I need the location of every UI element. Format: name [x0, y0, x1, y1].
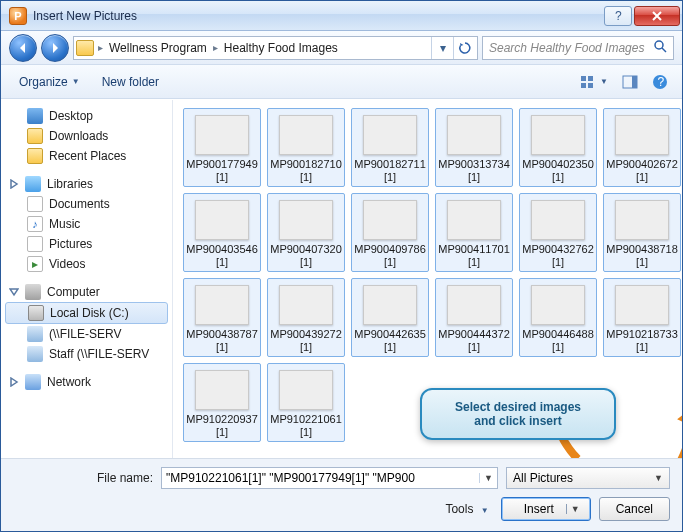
thumbnail-image [363, 200, 417, 240]
sidebar-item-downloads[interactable]: Downloads [1, 126, 172, 146]
file-thumbnail[interactable]: MP900438787[1] [183, 278, 261, 357]
insert-button[interactable]: Insert ▼ [501, 497, 591, 521]
callout-line-1: Select desired images [434, 400, 602, 414]
file-thumbnail[interactable]: MP900411701[1] [435, 193, 513, 272]
cancel-button[interactable]: Cancel [599, 497, 670, 521]
sidebar-item-netdrive-2[interactable]: Staff (\\FILE-SERV [1, 344, 172, 364]
thumbnail-image [531, 285, 585, 325]
sidebar-item-music[interactable]: ♪Music [1, 214, 172, 234]
file-thumbnail[interactable]: MP900444372[1] [435, 278, 513, 357]
sidebar-item-pictures[interactable]: Pictures [1, 234, 172, 254]
tools-button[interactable]: Tools ▼ [445, 502, 488, 516]
sidebar-item-documents[interactable]: Documents [1, 194, 172, 214]
svg-point-1 [655, 41, 663, 49]
filename-input[interactable]: ▼ [161, 467, 498, 489]
titlebar: P Insert New Pictures ? [1, 1, 682, 31]
svg-text:?: ? [658, 75, 665, 89]
help-icon-button[interactable]: ? [648, 71, 672, 93]
disk-icon [28, 305, 44, 321]
view-options-button[interactable]: ▼ [576, 71, 612, 93]
svg-rect-7 [632, 76, 637, 88]
thumbnail-label: MP910221061[1] [270, 413, 342, 439]
search-input[interactable]: Search Healthy Food Images [482, 36, 674, 60]
thumbnail-image [363, 285, 417, 325]
thumbnail-label: MP900182710[1] [270, 158, 342, 184]
folder-icon [76, 40, 94, 56]
insert-split-button[interactable]: ▼ [566, 504, 584, 514]
file-thumbnail[interactable]: MP910221061[1] [267, 363, 345, 442]
sidebar-item-local-disk[interactable]: Local Disk (C:) [5, 302, 168, 324]
nav-back-button[interactable] [9, 34, 37, 62]
file-thumbnail[interactable]: MP900182711[1] [351, 108, 429, 187]
thumbnail-image [615, 200, 669, 240]
new-folder-button[interactable]: New folder [94, 71, 167, 93]
thumbnail-label: MP900402672[1] [606, 158, 678, 184]
file-thumbnail[interactable]: MP900402350[1] [519, 108, 597, 187]
file-thumbnail[interactable]: MP900313734[1] [435, 108, 513, 187]
thumbnail-label: MP900439272[1] [270, 328, 342, 354]
thumbnail-label: MP900313734[1] [438, 158, 510, 184]
file-thumbnail[interactable]: MP900432762[1] [519, 193, 597, 272]
file-type-filter[interactable]: All Pictures▼ [506, 467, 670, 489]
callout-line-2: and click insert [434, 414, 602, 428]
file-thumbnail[interactable]: MP910218733[1] [603, 278, 681, 357]
recent-icon [27, 148, 43, 164]
file-thumbnail[interactable]: MP900409786[1] [351, 193, 429, 272]
thumbnail-label: MP900411701[1] [438, 243, 510, 269]
chevron-right-icon[interactable]: ▸ [211, 42, 220, 53]
thumbnail-label: MP910218733[1] [606, 328, 678, 354]
sidebar-item-recent[interactable]: Recent Places [1, 146, 172, 166]
help-button[interactable]: ? [604, 6, 632, 26]
file-thumbnail[interactable]: MP900177949[1] [183, 108, 261, 187]
file-grid[interactable]: MP900177949[1]MP900182710[1]MP900182711[… [173, 100, 682, 458]
nav-bar: ▸ Wellness Program ▸ Healthy Food Images… [1, 31, 682, 65]
breadcrumb-seg-a[interactable]: Wellness Program [105, 41, 211, 55]
svg-rect-3 [588, 76, 593, 81]
network-icon [25, 374, 41, 390]
file-thumbnail[interactable]: MP900407320[1] [267, 193, 345, 272]
filename-dropdown-button[interactable]: ▼ [479, 473, 497, 483]
breadcrumb-seg-b[interactable]: Healthy Food Images [220, 41, 342, 55]
svg-rect-2 [581, 76, 586, 81]
file-thumbnail[interactable]: MP900402672[1] [603, 108, 681, 187]
file-thumbnail[interactable]: MP900182710[1] [267, 108, 345, 187]
window-title: Insert New Pictures [33, 9, 604, 23]
preview-pane-button[interactable] [618, 71, 642, 93]
file-thumbnail[interactable]: MP900446488[1] [519, 278, 597, 357]
address-bar[interactable]: ▸ Wellness Program ▸ Healthy Food Images… [73, 36, 478, 60]
app-icon: P [9, 7, 27, 25]
sidebar-item-videos[interactable]: ▸Videos [1, 254, 172, 274]
sidebar-group-computer[interactable]: Computer [1, 282, 172, 302]
address-dropdown-button[interactable]: ▾ [431, 37, 453, 59]
sidebar-group-libraries[interactable]: Libraries [1, 174, 172, 194]
chevron-right-icon[interactable]: ▸ [96, 42, 105, 53]
file-thumbnail[interactable]: MP900438718[1] [603, 193, 681, 272]
file-thumbnail[interactable]: MP900442635[1] [351, 278, 429, 357]
thumbnail-image [279, 200, 333, 240]
file-thumbnail[interactable]: MP900439272[1] [267, 278, 345, 357]
thumbnail-label: MP900182711[1] [354, 158, 426, 184]
computer-icon [25, 284, 41, 300]
thumbnail-image [447, 115, 501, 155]
thumbnail-image [195, 370, 249, 410]
sidebar-group-network[interactable]: Network [1, 372, 172, 392]
thumbnail-image [615, 115, 669, 155]
thumbnail-label: MP900407320[1] [270, 243, 342, 269]
file-thumbnail[interactable]: MP910220937[1] [183, 363, 261, 442]
close-button[interactable] [634, 6, 680, 26]
thumbnail-label: MP900442635[1] [354, 328, 426, 354]
organize-button[interactable]: Organize▼ [11, 71, 88, 93]
network-drive-icon [27, 346, 43, 362]
sidebar-item-netdrive-1[interactable]: (\\FILE-SERV [1, 324, 172, 344]
refresh-button[interactable] [453, 37, 475, 59]
thumbnail-label: MP900438718[1] [606, 243, 678, 269]
sidebar-item-desktop[interactable]: Desktop [1, 106, 172, 126]
thumbnail-label: MP900444372[1] [438, 328, 510, 354]
thumbnail-image [615, 285, 669, 325]
search-placeholder: Search Healthy Food Images [489, 41, 644, 55]
nav-forward-button[interactable] [41, 34, 69, 62]
filename-field[interactable] [162, 471, 479, 485]
file-thumbnail[interactable]: MP900403546[1] [183, 193, 261, 272]
search-icon [653, 39, 667, 56]
thumbnail-image [195, 115, 249, 155]
